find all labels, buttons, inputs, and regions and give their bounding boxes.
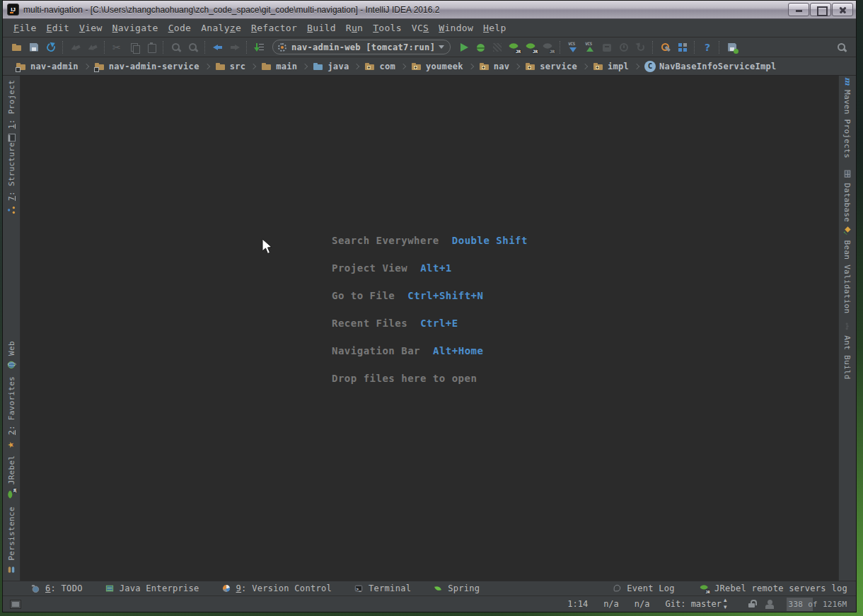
toolwindow-spring[interactable]: Spring xyxy=(432,583,480,594)
title-bar: multi-navigation - [C:\Users\zhangchaohu… xyxy=(3,1,856,19)
jrebel-run-button[interactable] xyxy=(506,40,523,55)
synchronize-icon xyxy=(45,42,57,53)
caret-position[interactable]: 1:14 xyxy=(567,599,588,609)
highlighting-level-button[interactable] xyxy=(764,598,775,610)
commit-changes-button[interactable] xyxy=(581,40,598,55)
toolwindow-jrebel-remote-log[interactable]: JRebel remote servers log xyxy=(699,583,847,594)
editor-area[interactable]: Search EverywhereDouble Shift Project Vi… xyxy=(21,76,838,581)
close-button[interactable] xyxy=(832,3,853,16)
run-with-coverage-button[interactable] xyxy=(489,40,506,55)
paste-button[interactable] xyxy=(143,40,160,55)
save-all-button[interactable] xyxy=(25,40,42,55)
breadcrumb-package[interactable]: impl xyxy=(590,61,632,72)
bean-validation-icon xyxy=(842,226,852,236)
toolwindow-project[interactable]: 1: Project xyxy=(3,81,20,142)
synchronize-button[interactable] xyxy=(42,40,59,55)
toolwindow-event-log[interactable]: Event Log xyxy=(611,583,675,594)
project-structure-button[interactable] xyxy=(674,40,691,55)
toolbar-separator xyxy=(560,41,562,54)
package-icon xyxy=(364,61,376,72)
revert-button[interactable] xyxy=(632,40,649,55)
back-button[interactable] xyxy=(209,40,226,55)
unlocked-icon xyxy=(746,598,757,610)
help-button[interactable] xyxy=(699,40,716,55)
web-globe-icon xyxy=(6,360,16,370)
menu-code[interactable]: Code xyxy=(163,21,197,35)
chevron-right-icon xyxy=(204,63,209,69)
package-icon xyxy=(525,61,536,72)
breadcrumb-package[interactable]: youmeek xyxy=(408,61,466,72)
git-branch-widget[interactable]: Git: master xyxy=(666,599,730,609)
toolwindow-structure[interactable]: 7: Structure xyxy=(3,144,20,214)
menu-tools[interactable]: Tools xyxy=(368,21,407,35)
toolwindow-persistence[interactable]: Persistence xyxy=(3,504,20,578)
undo-button[interactable] xyxy=(67,40,84,55)
menu-view[interactable]: View xyxy=(74,21,108,35)
breadcrumb-module[interactable]: nav-admin xyxy=(13,61,81,72)
toolwindow-terminal[interactable]: Terminal xyxy=(353,583,411,594)
run-configuration-label: nav-admin-web [tomcat7:run] xyxy=(291,42,435,52)
open-button[interactable] xyxy=(8,40,25,55)
find-button[interactable] xyxy=(168,40,185,55)
menu-run[interactable]: Run xyxy=(341,21,368,35)
show-changes-button[interactable] xyxy=(598,40,615,55)
line-separator-indicator[interactable]: n/a xyxy=(603,599,619,609)
menu-edit[interactable]: Edit xyxy=(42,21,75,35)
encoding-indicator[interactable]: n/a xyxy=(635,599,650,609)
breadcrumb-class[interactable]: NavBaseInfoServiceImpl xyxy=(642,61,780,72)
jrebel-profile-button[interactable] xyxy=(540,40,557,55)
settings-button[interactable] xyxy=(657,40,674,55)
menu-file[interactable]: File xyxy=(8,21,42,35)
breadcrumb-folder[interactable]: src xyxy=(212,61,249,72)
replace-button[interactable] xyxy=(185,40,202,55)
navigation-bar: nav-admin nav-admin-service src main jav… xyxy=(3,57,856,76)
toolwindow-database[interactable]: Database xyxy=(839,166,856,224)
jrebel-debug-button[interactable] xyxy=(523,40,540,55)
breadcrumb-package[interactable]: service xyxy=(522,61,580,72)
cut-button[interactable] xyxy=(109,40,126,55)
debug-button[interactable] xyxy=(472,40,489,55)
toolwindow-java-enterprise[interactable]: Java Enterprise xyxy=(104,583,199,594)
forward-button[interactable] xyxy=(226,40,243,55)
sort-lines-button[interactable] xyxy=(251,40,268,55)
jrebel-sync-button[interactable] xyxy=(724,40,741,55)
menu-refactor[interactable]: Refactor xyxy=(246,21,302,35)
local-history-button[interactable] xyxy=(615,40,632,55)
breadcrumb-package[interactable]: com xyxy=(361,61,398,72)
update-project-button[interactable] xyxy=(564,40,581,55)
menu-analyze[interactable]: Analyze xyxy=(196,21,246,35)
menu-vcs[interactable]: VCS xyxy=(407,21,434,35)
toolwindow-favorites[interactable]: 2: Favorites xyxy=(3,378,20,448)
vcs-commit-icon xyxy=(584,42,596,53)
minimize-button[interactable] xyxy=(788,3,809,16)
toolwindow-ant-build[interactable]: Ant Build xyxy=(839,322,856,378)
search-everywhere-button[interactable] xyxy=(833,40,850,55)
toolwindow-version-control[interactable]: 9: Version Control xyxy=(221,583,332,594)
menu-build[interactable]: Build xyxy=(302,21,341,35)
toolwindow-bean-validation[interactable]: Bean Validation xyxy=(839,230,856,309)
toolwindow-web[interactable]: Web xyxy=(3,336,20,376)
memory-indicator[interactable]: 338 of 1216M xyxy=(787,598,849,611)
menu-window[interactable]: Window xyxy=(434,21,478,35)
ant-icon xyxy=(842,322,852,332)
run-button[interactable] xyxy=(455,40,472,55)
copy-button[interactable] xyxy=(126,40,143,55)
breadcrumb-source-folder[interactable]: java xyxy=(310,61,352,72)
toolwindow-jrebel[interactable]: JRebel xyxy=(3,453,20,501)
breadcrumb-package[interactable]: nav xyxy=(476,61,513,72)
breadcrumb-folder[interactable]: main xyxy=(258,61,300,72)
readonly-lock-toggle[interactable] xyxy=(746,598,757,610)
maximize-button[interactable] xyxy=(810,3,831,16)
menu-help[interactable]: Help xyxy=(478,21,511,35)
changes-box-icon xyxy=(601,42,613,53)
redo-button[interactable] xyxy=(84,40,101,55)
run-configuration-select[interactable]: nav-admin-web [tomcat7:run] xyxy=(272,40,451,54)
shortcut-row: Project ViewAlt+1 xyxy=(332,254,528,281)
toolwindow-maven-projects[interactable]: Maven Projects xyxy=(839,80,856,153)
toggle-toolwindow-bars-button[interactable] xyxy=(10,600,21,609)
toolwindow-todo[interactable]: 6: TODO xyxy=(30,583,83,594)
menu-navigate[interactable]: Navigate xyxy=(108,21,163,35)
persistence-icon xyxy=(6,565,16,575)
breadcrumb-module[interactable]: nav-admin-service xyxy=(91,61,202,72)
source-folder-icon xyxy=(313,61,324,72)
